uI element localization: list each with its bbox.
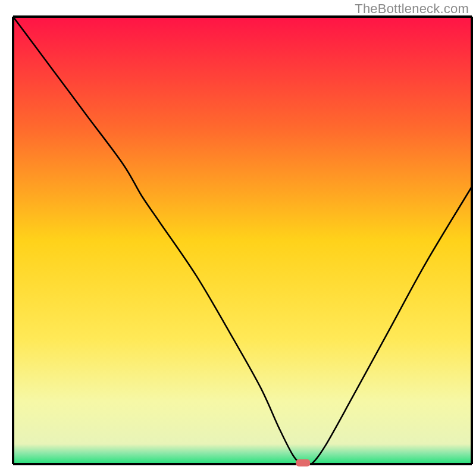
bottleneck-chart [0,0,476,476]
min-marker [296,459,310,466]
plot-background [13,17,472,464]
chart-root: TheBottleneck.com [0,0,476,476]
